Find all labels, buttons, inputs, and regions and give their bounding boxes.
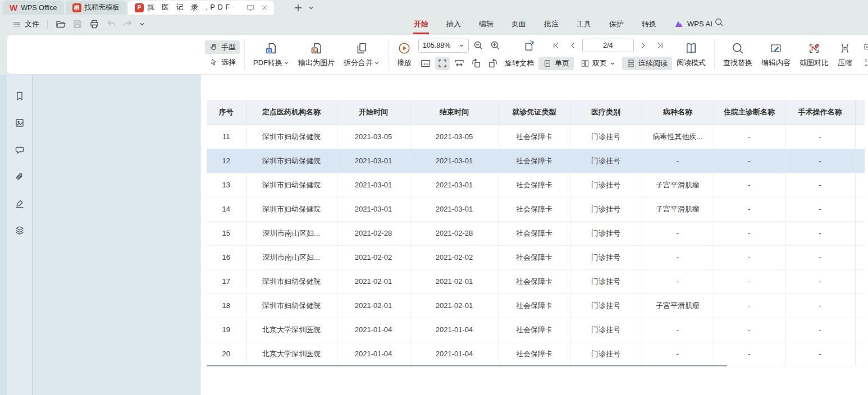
quick-access-chevron[interactable] xyxy=(136,20,148,29)
single-page-label: 单页 xyxy=(555,58,569,68)
table-cell: 2021-02-01 xyxy=(410,293,499,318)
first-page-button[interactable] xyxy=(549,39,563,52)
table-row-11: 11深圳市妇幼保健院2021-03-052021-03-05社会保障卡门诊挂号病… xyxy=(207,125,865,149)
table-cell: 深圳市南山区妇... xyxy=(246,221,337,245)
attachments-panel-button[interactable] xyxy=(12,169,28,185)
new-tab-icon[interactable] xyxy=(294,3,303,12)
menu-tab-3[interactable]: 页面 xyxy=(511,18,527,30)
table-cell: - xyxy=(642,149,714,173)
medical-records-table: 序号定点医药机构名称开始时间结束时间就诊凭证类型医疗类别病种名称住院主诊断名称手… xyxy=(207,100,865,366)
table-cell xyxy=(855,173,865,197)
read-mode-button[interactable]: 阅读模式 xyxy=(672,42,710,68)
zoom-level-select[interactable]: 105.88% xyxy=(418,39,469,53)
next-page-button[interactable] xyxy=(636,39,651,52)
menu-tab-4[interactable]: 批注 xyxy=(543,18,559,30)
tab-docer-templates[interactable]: 稻 找稻壳模板 xyxy=(66,1,127,15)
table-cell: 2021-02-28 xyxy=(410,221,499,245)
undo-button[interactable] xyxy=(103,17,120,31)
menu-search-button[interactable] xyxy=(714,17,724,27)
table-cell: 14 xyxy=(207,197,246,221)
printer-icon xyxy=(89,19,100,30)
open-file-button[interactable] xyxy=(52,17,69,31)
table-cell: 12 xyxy=(207,149,246,173)
chevron-down-icon xyxy=(459,43,464,48)
wps-ai-label: WPS AI xyxy=(687,20,712,28)
word-translate-button[interactable]: 文A 划词翻译 xyxy=(859,56,868,69)
pdf-page[interactable]: 序号定点医药机构名称开始时间结束时间就诊凭证类型医疗类别病种名称住院主诊断名称手… xyxy=(200,75,868,395)
actual-size-button[interactable]: 1:1 xyxy=(418,57,433,70)
find-replace-label: 查找替换 xyxy=(723,58,752,68)
menu-tab-1[interactable]: 插入 xyxy=(446,18,462,30)
monitor-icon[interactable] xyxy=(246,3,255,12)
table-cell: 深圳市妇幼保健院 xyxy=(246,269,337,293)
thumbnails-panel-button[interactable] xyxy=(12,115,28,131)
zoom-out-button[interactable] xyxy=(471,39,486,52)
bookmarks-panel-button[interactable] xyxy=(12,88,28,104)
file-menu-button[interactable]: 文件 xyxy=(9,17,43,31)
tab-document-pdf[interactable]: P 就 医 记 录 .PDF xyxy=(128,1,274,15)
save-button[interactable] xyxy=(69,17,86,31)
column-header: 就诊凭证类型 xyxy=(499,100,570,125)
split-merge-button[interactable]: 拆分合并 xyxy=(339,42,384,68)
chevron-down-icon xyxy=(610,61,615,66)
comments-panel-button[interactable] xyxy=(12,142,28,158)
page-indicator-input[interactable]: 2/4 xyxy=(582,39,634,52)
find-replace-button[interactable]: 查找替换 xyxy=(719,42,757,68)
table-cell: - xyxy=(714,318,785,342)
pdf-convert-button[interactable]: W PDF转换 xyxy=(249,42,294,68)
compress-button[interactable]: 压缩 xyxy=(833,42,857,68)
close-tab-icon[interactable] xyxy=(261,4,268,12)
layers-panel-button[interactable] xyxy=(12,223,28,238)
navigation-pane[interactable] xyxy=(33,75,200,395)
table-cell: - xyxy=(714,269,785,293)
last-page-button[interactable] xyxy=(653,39,668,52)
table-cell: 社会保障卡 xyxy=(499,318,570,342)
double-page-button[interactable]: 双页 xyxy=(576,57,620,70)
redo-button[interactable] xyxy=(120,17,136,31)
tab-list-chevron-icon[interactable] xyxy=(308,5,314,11)
rotate-document-label[interactable]: 旋转文档 xyxy=(505,58,534,68)
docer-logo-icon: 稻 xyxy=(72,3,81,12)
wps-ai-button[interactable]: WPS AI xyxy=(674,15,712,33)
compress-icon xyxy=(838,42,852,55)
continuous-read-button[interactable]: 连续阅读 xyxy=(622,57,672,70)
table-cell: 2021-03-01 xyxy=(410,197,499,221)
select-tool-button[interactable]: 选择 xyxy=(205,56,240,69)
print-button[interactable] xyxy=(86,17,103,31)
tab-wps-office[interactable]: W WPS Office xyxy=(3,1,64,15)
rotate-document-button[interactable] xyxy=(522,39,536,52)
menu-tab-0[interactable]: 开始 xyxy=(413,18,429,30)
continuous-read-label: 连续阅读 xyxy=(638,58,668,68)
fit-width-button[interactable] xyxy=(452,57,467,70)
full-translate-button[interactable]: A 文 全文翻译 xyxy=(859,40,868,54)
rotate-right-button[interactable] xyxy=(486,57,500,70)
play-button[interactable]: 播放 xyxy=(392,42,416,68)
prev-page-button[interactable] xyxy=(565,39,580,52)
left-edge-strip xyxy=(0,75,7,395)
edit-content-button[interactable]: 编辑内容 xyxy=(757,42,795,68)
signature-panel-button[interactable] xyxy=(12,196,28,212)
table-cell: 门诊挂号 xyxy=(570,197,642,221)
hand-tool-button[interactable]: 手型 xyxy=(205,40,240,54)
table-bottom-border xyxy=(207,365,727,366)
menu-tab-6[interactable]: 保护 xyxy=(609,18,624,30)
double-page-icon xyxy=(581,59,590,68)
split-merge-icon xyxy=(355,42,368,55)
chevron-down-icon xyxy=(374,60,380,66)
fit-page-button[interactable] xyxy=(435,57,450,70)
export-image-label: 输出为图片 xyxy=(298,58,335,68)
rotate-left-button[interactable] xyxy=(469,57,483,70)
menu-tab-7[interactable]: 转换 xyxy=(641,18,657,30)
first-page-icon xyxy=(551,41,560,50)
single-page-button[interactable]: 单页 xyxy=(538,57,574,70)
layers-icon xyxy=(14,225,25,236)
menu-tab-2[interactable]: 编辑 xyxy=(478,18,494,30)
table-cell: 门诊挂号 xyxy=(570,149,642,173)
zoom-in-button[interactable] xyxy=(488,39,502,52)
table-cell: - xyxy=(785,197,855,221)
screenshot-compare-button[interactable]: 截图对比 xyxy=(795,42,833,68)
tab-label: WPS Office xyxy=(21,4,57,12)
menu-tab-5[interactable]: 工具 xyxy=(576,18,592,30)
table-cell: 社会保障卡 xyxy=(499,293,570,318)
export-image-button[interactable]: 输出为图片 xyxy=(294,42,339,68)
